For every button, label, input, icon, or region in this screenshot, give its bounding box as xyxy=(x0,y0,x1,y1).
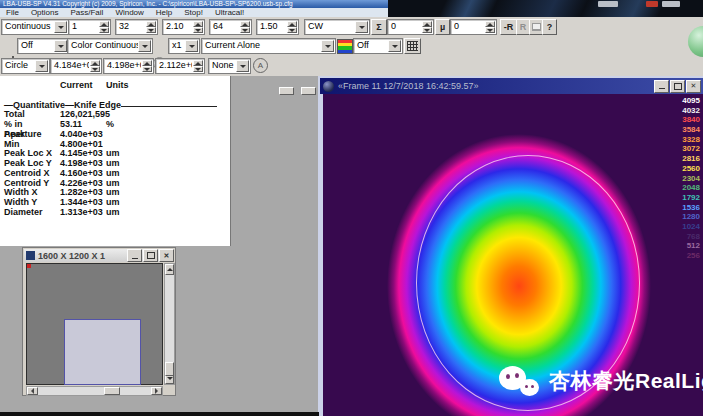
spinner-arrows-icon[interactable] xyxy=(90,60,100,72)
color-scale-value: 3584 xyxy=(682,125,700,135)
overlay-dropdown[interactable]: Off xyxy=(353,38,403,54)
wechat-icon xyxy=(520,379,539,396)
chevron-down-icon[interactable] xyxy=(35,60,48,72)
spinner-arrows-icon[interactable] xyxy=(193,60,203,72)
beam-window-title-bar[interactable]: «Frame 11 12/7/2018 16:42:59.57» ✕ xyxy=(320,78,703,94)
color-palette-dropdown[interactable]: Color Continuous xyxy=(67,38,153,54)
result-units: um xyxy=(106,188,230,198)
beam-window-title: «Frame 11 12/7/2018 16:42:59.57» xyxy=(338,81,653,91)
aperture-x-spinner[interactable]: 4.184e+03 xyxy=(50,58,102,74)
color-scale-value: 1280 xyxy=(682,212,700,222)
color-scale-value: 512 xyxy=(682,241,700,251)
cursor-dropdown[interactable]: None xyxy=(208,58,251,74)
beam-window: «Frame 11 12/7/2018 16:42:59.57» ✕ 4095 … xyxy=(318,76,703,416)
r-button[interactable]: R xyxy=(516,19,530,35)
scroll-thumb[interactable] xyxy=(165,362,174,376)
color-scale-value: 1792 xyxy=(682,193,700,203)
spinner-2[interactable]: 32 xyxy=(115,19,158,35)
spinner-4[interactable]: 64 xyxy=(209,19,252,35)
sigma-icon: Σ xyxy=(376,22,381,32)
beam-display[interactable]: 4095 4032 3840 3584 3328 3072 2816 2560 … xyxy=(323,94,703,416)
roi-canvas[interactable] xyxy=(26,263,163,385)
restore-button[interactable] xyxy=(670,80,685,93)
zoom-dropdown[interactable]: x1 xyxy=(168,38,200,54)
vertical-scrollbar[interactable] xyxy=(164,263,175,385)
roi-rectangle[interactable] xyxy=(64,319,141,385)
result-units: um xyxy=(106,208,230,218)
chevron-down-icon[interactable] xyxy=(321,40,334,52)
spinner-arrows-icon[interactable] xyxy=(146,21,156,33)
chevron-down-icon[interactable] xyxy=(236,60,249,72)
roi-window-title-bar[interactable]: 1600 X 1200 X 1 ✕ xyxy=(24,249,174,262)
scroll-left-icon[interactable] xyxy=(27,387,38,395)
minimize-button[interactable] xyxy=(654,80,669,93)
roi-window: 1600 X 1200 X 1 ✕ xyxy=(22,247,176,396)
background-close-button xyxy=(646,1,658,7)
aperture-d-spinner[interactable]: 2.112e+03 xyxy=(155,58,205,74)
color-scale-value: 3840 xyxy=(682,115,700,125)
sigma-button[interactable]: Σ xyxy=(371,19,387,35)
color-scale-value: 3328 xyxy=(682,135,700,145)
menu-item[interactable]: File xyxy=(0,8,25,17)
spinner-arrows-icon[interactable] xyxy=(193,21,203,33)
color-scale-value: 1536 xyxy=(682,203,700,213)
scroll-thumb[interactable] xyxy=(104,387,120,395)
help-button[interactable]: ? xyxy=(542,19,557,35)
panel-window-button[interactable] xyxy=(279,87,294,95)
chevron-down-icon[interactable] xyxy=(138,40,151,52)
results-row: Total 126,021,595 xyxy=(0,110,230,120)
spinner-arrows-icon[interactable] xyxy=(485,21,495,33)
close-button[interactable]: ✕ xyxy=(159,249,174,262)
menu-item[interactable]: Help xyxy=(150,8,178,17)
background-window-button xyxy=(598,1,618,7)
menu-item[interactable]: Options xyxy=(25,8,65,17)
spinner-3[interactable]: 2.10 xyxy=(162,19,205,35)
spinner-1[interactable]: 1 xyxy=(68,19,111,35)
micro-button[interactable]: µ xyxy=(435,19,450,35)
scroll-up-icon[interactable] xyxy=(165,264,174,275)
chevron-down-icon[interactable] xyxy=(54,40,67,52)
chevron-down-icon[interactable] xyxy=(54,21,67,33)
grid-button[interactable] xyxy=(404,38,421,54)
spinner-arrows-icon[interactable] xyxy=(240,21,250,33)
cw-dropdown[interactable]: CW xyxy=(304,19,370,35)
spinner-5[interactable]: 1.50 xyxy=(256,19,299,35)
print-button[interactable] xyxy=(529,19,543,35)
menu-item[interactable]: Pass/Fail xyxy=(64,8,109,17)
color-scale-value: 2304 xyxy=(682,174,700,184)
spinner-arrows-icon[interactable] xyxy=(99,21,109,33)
spinner-arrows-icon[interactable] xyxy=(422,21,432,33)
trigger-dropdown[interactable]: Off xyxy=(17,38,69,54)
menu-item[interactable]: Ultracal! xyxy=(209,8,250,17)
color-scale-value: 3072 xyxy=(682,144,700,154)
color-scale-value: 2048 xyxy=(682,183,700,193)
chevron-down-icon[interactable] xyxy=(185,40,198,52)
result-units: um xyxy=(106,149,230,159)
minimize-button[interactable] xyxy=(127,249,142,262)
sum-frames-spinner[interactable]: 0 xyxy=(387,19,434,35)
panel-window-button[interactable] xyxy=(301,87,316,95)
scroll-right-icon[interactable] xyxy=(151,387,162,395)
capture-mode-dropdown[interactable]: Continuous xyxy=(1,19,69,35)
horizontal-scrollbar[interactable] xyxy=(26,386,163,396)
display-mode-dropdown[interactable]: Current Alone xyxy=(201,38,336,54)
chevron-down-icon[interactable] xyxy=(388,40,401,52)
window-title-bar[interactable]: LBA-USB-SP V4.31 Copyright (c) 2009, Spi… xyxy=(0,0,391,8)
aperture-a-button[interactable]: A xyxy=(253,58,268,73)
minus-r-button[interactable]: -R xyxy=(500,19,517,35)
close-button[interactable]: ✕ xyxy=(686,80,701,93)
result-units: um xyxy=(106,159,230,169)
spinner-arrows-icon[interactable] xyxy=(142,60,152,72)
menu-item[interactable]: Window xyxy=(109,8,149,17)
maximize-button[interactable] xyxy=(143,249,158,262)
frame-window-icon xyxy=(323,81,334,92)
offset-spinner[interactable]: 0 xyxy=(450,19,497,35)
rainbow-palette-icon[interactable] xyxy=(337,39,353,54)
origin-marker xyxy=(27,264,31,268)
column-current: Current xyxy=(60,81,106,91)
chevron-down-icon[interactable] xyxy=(355,21,368,33)
menu-item[interactable]: Stop! xyxy=(178,8,209,17)
aperture-y-spinner[interactable]: 4.198e+03 xyxy=(103,58,154,74)
aperture-shape-dropdown[interactable]: Circle xyxy=(1,58,50,74)
spinner-arrows-icon[interactable] xyxy=(287,21,297,33)
